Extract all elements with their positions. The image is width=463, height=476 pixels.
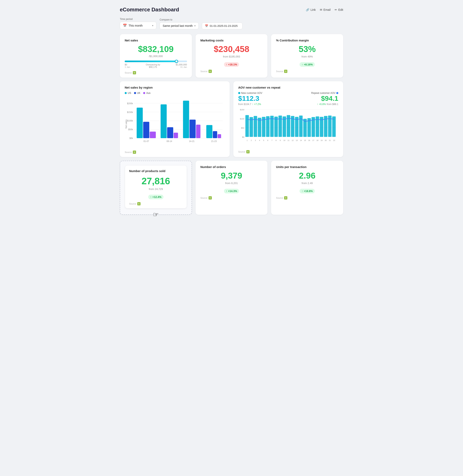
svg-text:14-21: 14-21 — [189, 140, 194, 143]
net-sales-region-title: Net sales by region — [125, 86, 225, 89]
svg-text:$100: $100 — [240, 118, 244, 120]
marketing-costs-card: Marketing costs $230,458 from $195,093 ↑… — [196, 34, 268, 78]
products-sold-from: from 24,729 — [129, 188, 183, 190]
svg-text:$200k: $200k — [127, 102, 133, 105]
svg-text:22: 22 — [333, 139, 335, 141]
svg-text:21: 21 — [329, 139, 331, 141]
time-period-select[interactable]: 📅 This month ▾ — [120, 22, 156, 29]
contribution-margin-badge: ↑ +8.16% — [300, 62, 315, 67]
svg-text:20: 20 — [325, 139, 327, 141]
net-sales-value: $832,109 — [125, 45, 187, 54]
units-per-transaction-from: from 2.49 — [276, 182, 338, 185]
time-period-label: Time period — [120, 18, 156, 20]
arrow-up-new: ↑ — [252, 103, 253, 106]
svg-text:8: 8 — [276, 139, 276, 141]
svg-rect-21 — [213, 131, 217, 138]
aov-chart-svg: $150 $100 $50 $0 — [238, 107, 338, 146]
net-sales-sub: /$1,000,000 — [125, 55, 187, 58]
shopify-icon-8: S — [284, 196, 287, 199]
shopify-icon-2: S — [209, 70, 212, 73]
aov-new-from: from $104.7 ↑ +7.2% — [238, 103, 262, 106]
svg-rect-18 — [189, 120, 196, 138]
net-sales-region-card: Net sales by region US UK Aus Ne — [120, 81, 230, 157]
svg-text:01-07: 01-07 — [143, 140, 149, 143]
svg-text:3: 3 — [255, 139, 256, 141]
us-dot — [125, 92, 127, 94]
aov-card: AOV new customer vs repeat New customer … — [233, 81, 343, 157]
arrow-up-icon-5: ↑ — [302, 189, 303, 193]
net-sales-progress: $01 Jan Overpacing by$90,175 $1,000,0003… — [125, 61, 187, 68]
svg-text:11: 11 — [287, 139, 290, 141]
progress-label-left: $01 Jan — [125, 63, 130, 68]
orders-badge: ↑ +14.3% — [224, 189, 239, 193]
marketing-costs-title: Marketing costs — [200, 39, 263, 42]
chevron-down-icon-2: ▾ — [194, 24, 196, 27]
products-sold-card: Number of products sold 27,816 from 24,7… — [120, 161, 192, 215]
shopify-icon-4: S — [133, 151, 136, 154]
contribution-margin-value: 53% — [276, 45, 338, 54]
aov-new: New customer AOV $112.3 from $104.7 ↑ +7… — [238, 92, 262, 106]
email-action[interactable]: ✉ Email — [320, 8, 331, 11]
region-chart: Net sales $200k $150k $100k $50k $0k — [125, 97, 225, 148]
products-sold-badge: ↑ +12.4% — [148, 195, 163, 199]
svg-rect-17 — [183, 101, 189, 138]
svg-rect-35 — [245, 115, 249, 137]
row-1: Net sales $832,109 /$1,000,000 $01 Jan O… — [120, 34, 343, 78]
link-action[interactable]: 🔗 Link — [306, 8, 316, 11]
orders-source: Source S — [200, 196, 263, 199]
calendar-icon-2: 📅 — [205, 24, 208, 27]
svg-text:19: 19 — [321, 139, 323, 141]
aov-repeat-label: Repeat customer AOV — [311, 92, 338, 94]
units-per-transaction-card: Units per transaction 2.96 from 2.49 ↑ +… — [271, 161, 343, 215]
edit-action[interactable]: ✏ Edit — [335, 8, 343, 11]
header: eCommerce Dashboard 🔗 Link ✉ Email ✏ Edi… — [120, 7, 343, 13]
svg-text:$50: $50 — [241, 127, 244, 129]
svg-text:$0k: $0k — [129, 137, 133, 139]
svg-text:15: 15 — [304, 139, 306, 141]
region-chart-svg: Net sales $200k $150k $100k $50k $0k — [125, 99, 225, 147]
link-icon: 🔗 — [306, 8, 309, 11]
orders-value: 9,379 — [200, 171, 263, 180]
svg-rect-22 — [218, 134, 221, 138]
contribution-margin-card: % Contribution margin 53% from 49% ↑ +8.… — [271, 34, 343, 78]
svg-text:5: 5 — [263, 139, 264, 141]
svg-text:6: 6 — [267, 139, 268, 141]
arrow-up-repeat: ↑ — [317, 103, 318, 106]
shopify-icon-3: S — [284, 70, 287, 73]
svg-text:21-23: 21-23 — [211, 140, 217, 143]
chevron-down-icon: ▾ — [152, 24, 153, 27]
svg-rect-19 — [196, 125, 200, 138]
aov-source: Source S — [238, 150, 338, 153]
aov-chart: $150 $100 $50 $0 — [238, 107, 338, 147]
svg-text:$0: $0 — [242, 136, 244, 138]
shopify-icon-6: S — [137, 202, 141, 205]
compare-to-select[interactable]: Same period last month ▾ — [160, 22, 199, 29]
compare-to-label: Compare to — [160, 18, 199, 21]
orders-title: Number of orders — [200, 165, 263, 169]
shopify-icon-5: S — [246, 150, 249, 153]
legend-uk: UK — [134, 92, 141, 94]
orders-card: Number of orders 9,379 from 8,201 ↑ +14.… — [196, 161, 268, 215]
marketing-costs-from: from $195,093 — [200, 55, 263, 58]
svg-text:$150k: $150k — [127, 111, 133, 113]
svg-rect-11 — [137, 108, 143, 138]
aov-new-label: New customer AOV — [238, 92, 262, 94]
svg-text:18: 18 — [316, 139, 318, 141]
svg-rect-14 — [161, 104, 167, 138]
cursor-icon: ☞ — [153, 211, 159, 218]
aov-repeat-value: $94.1 — [311, 94, 338, 102]
aov-header: New customer AOV $112.3 from $104.7 ↑ +7… — [238, 92, 338, 106]
marketing-costs-badge: ↑ +18.1% — [224, 62, 239, 67]
email-icon: ✉ — [320, 8, 322, 11]
svg-text:12: 12 — [292, 139, 294, 141]
svg-rect-42 — [274, 117, 278, 137]
arrow-up-icon-2: ↑ — [302, 63, 303, 66]
net-sales-card: Net sales $832,109 /$1,000,000 $01 Jan O… — [120, 34, 192, 78]
arrow-up-icon-4: ↑ — [226, 189, 227, 193]
region-source: Source S — [125, 151, 225, 154]
date-range-display: 📅 01-01-2025-01-23-2025 — [202, 23, 242, 29]
svg-text:17: 17 — [312, 139, 314, 141]
net-sales-source: Source S — [125, 71, 187, 74]
svg-rect-16 — [174, 133, 178, 138]
svg-text:9: 9 — [280, 139, 281, 141]
